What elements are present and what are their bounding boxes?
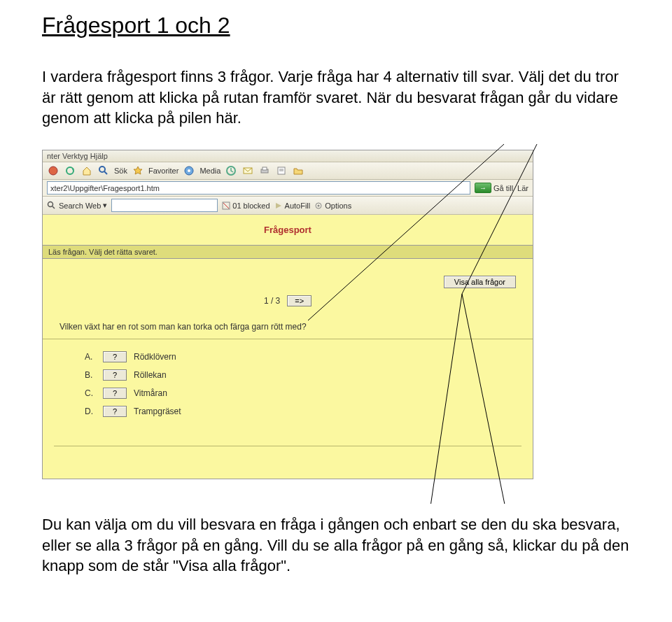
intro-paragraph: I vardera frågesport finns 3 frågor. Var… — [42, 66, 630, 129]
answer-text: Trampgräset — [134, 407, 181, 416]
svg-point-13 — [48, 202, 53, 206]
next-button[interactable]: => — [287, 295, 312, 306]
answer-text: Rödklövern — [134, 352, 176, 362]
history-icon[interactable] — [225, 164, 237, 177]
browser-menubar[interactable]: nter Verktyg Hjälp — [43, 150, 533, 162]
pager-count: 1 / 3 — [264, 296, 280, 306]
svg-point-0 — [49, 167, 57, 175]
search-icon[interactable] — [97, 164, 110, 177]
stop-icon[interactable] — [47, 164, 59, 177]
search-label: Sök — [114, 167, 127, 175]
svg-line-16 — [223, 203, 229, 208]
blocked-count: 01 blocked — [232, 202, 270, 210]
edit-icon[interactable] — [275, 164, 288, 177]
show-all-button[interactable]: Visa alla frågor — [444, 276, 516, 288]
quiz-content: Frågesport Läs frågan. Välj det rätta sv… — [43, 215, 533, 479]
go-label: Gå till — [493, 184, 513, 192]
chevron-down-icon: ▾ — [103, 201, 107, 210]
svg-line-3 — [104, 171, 107, 174]
answer-button-a[interactable]: ? — [103, 351, 127, 362]
svg-rect-9 — [262, 167, 267, 170]
folder-icon[interactable] — [292, 164, 304, 177]
answer-row: B. ? Röllekan — [85, 366, 491, 384]
autofill-chip[interactable]: AutoFill — [274, 202, 311, 210]
options-chip[interactable]: Options — [314, 202, 351, 210]
address-input[interactable]: xter2\Uppgifter\Fragesport1.htm — [47, 181, 470, 195]
popup-blocked[interactable]: 01 blocked — [222, 202, 270, 210]
browser-searchbar: Search Web ▾ 01 blocked AutoFill Options — [43, 197, 533, 215]
answer-row: D. ? Trampgräset — [85, 402, 491, 420]
options-label: Options — [325, 202, 351, 210]
searchweb-text: Search Web — [59, 202, 101, 210]
quiz-answers: A. ? Rödklövern B. ? Röllekan C. ? Vitmå… — [43, 348, 533, 434]
go-icon[interactable]: → — [475, 183, 491, 193]
media-label: Media — [200, 167, 220, 175]
searchweb-label[interactable]: Search Web ▾ — [47, 201, 107, 211]
answer-button-c[interactable]: ? — [103, 388, 127, 399]
favorites-icon[interactable] — [132, 164, 144, 177]
svg-point-5 — [188, 169, 190, 172]
autofill-label: AutoFill — [285, 202, 311, 210]
svg-point-18 — [318, 204, 320, 206]
favorites-label: Favoriter — [148, 167, 178, 175]
browser-screenshot: nter Verktyg Hjälp Sök Favoriter M — [42, 150, 533, 479]
answer-text: Vitmåran — [134, 388, 167, 398]
refresh-icon[interactable] — [64, 164, 76, 177]
answer-text: Röllekan — [134, 370, 167, 380]
quiz-title: Frågesport — [43, 220, 533, 245]
print-icon[interactable] — [258, 164, 271, 177]
answer-button-d[interactable]: ? — [103, 406, 127, 417]
home-icon[interactable] — [80, 164, 93, 177]
answer-button-b[interactable]: ? — [103, 369, 127, 381]
answer-row: C. ? Vitmåran — [85, 384, 491, 402]
outro-paragraph: Du kan välja om du vill besvara en fråga… — [42, 514, 630, 577]
answer-row: A. ? Rödklövern — [85, 348, 491, 366]
answer-letter: A. — [85, 352, 96, 362]
svg-point-1 — [66, 167, 74, 174]
answer-letter: C. — [85, 388, 96, 398]
mail-icon[interactable] — [241, 164, 254, 177]
svg-point-2 — [99, 167, 105, 172]
browser-addressbar: xter2\Uppgifter\Fragesport1.htm → Gå til… — [43, 180, 533, 197]
svg-line-14 — [52, 206, 55, 208]
quiz-instruction: Läs frågan. Välj det rätta svaret. — [43, 245, 533, 259]
search-input[interactable] — [111, 199, 218, 212]
answer-letter: D. — [85, 407, 96, 416]
quiz-footer-divider — [54, 446, 522, 465]
quiz-question: Vilken växt har en rot som man kan torka… — [43, 322, 533, 339]
quiz-pager: 1 / 3 => — [43, 291, 533, 322]
browser-toolbar: Sök Favoriter Media — [43, 162, 533, 180]
media-icon[interactable] — [183, 164, 195, 177]
lan-label[interactable]: Lär — [517, 184, 528, 192]
answer-letter: B. — [85, 370, 96, 380]
page-title: Frågesport 1 och 2 — [42, 13, 630, 38]
